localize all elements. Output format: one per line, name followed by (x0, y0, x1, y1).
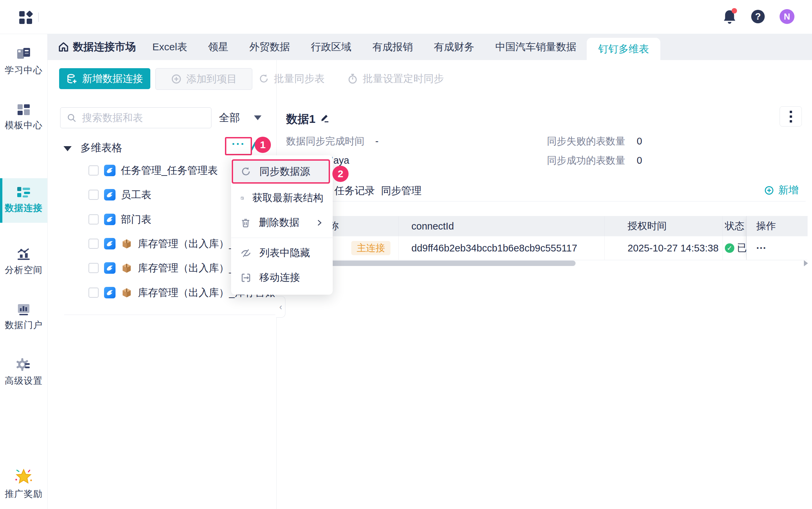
new-connection-button[interactable]: 新增数据连接 (59, 68, 150, 89)
button-label: 添加到项目 (186, 72, 237, 86)
portal-icon (16, 303, 31, 316)
cell-connect-id: dd9ff46b2eb34bccb1b6e8cb9c555117 (399, 236, 605, 260)
batch-sync-button[interactable]: 批量同步表 (258, 68, 325, 89)
menu-item-sync-datasource[interactable]: 同步数据源 (233, 161, 329, 182)
sidebar-item-label: 分析空间 (0, 264, 47, 276)
circle-plus-icon (171, 74, 182, 84)
annotation-step-2: 2 (332, 166, 349, 182)
add-connection-button[interactable]: 新增 (764, 183, 798, 197)
home-icon (58, 42, 69, 52)
cell-auth-time: 2025-10-27 14:53:38 (605, 236, 723, 260)
subtab-sync-management[interactable]: 同步管理 (381, 184, 422, 198)
tree-item[interactable]: 库存管理（出入库）_入 (88, 236, 245, 251)
sidebar-item-template[interactable]: 模板中心 (0, 103, 47, 131)
status-check-icon: ✓ (725, 243, 734, 253)
tree-item[interactable]: 库存管理（出入库）_出 (88, 261, 245, 275)
help-icon[interactable]: ? (751, 10, 765, 23)
tab-excel[interactable]: Excel表 (142, 34, 198, 60)
tab-label: 中国汽车销量数据 (495, 40, 576, 54)
dingtalk-icon (104, 165, 116, 176)
search-icon (67, 113, 77, 123)
dingtalk-icon (104, 238, 116, 249)
menu-item-delete-data[interactable]: 删除数据 (231, 210, 333, 235)
main-connection-badge: 主连接 (351, 241, 390, 255)
tree-group-dingtalk[interactable]: 多维表格 (64, 141, 122, 155)
menu-item-label: 列表中隐藏 (259, 246, 310, 260)
checkbox[interactable] (88, 263, 99, 273)
data-connection-icon (16, 186, 31, 199)
stat-failed-tables: 同步失败的表数量 0 (547, 135, 642, 148)
analysis-icon (16, 247, 31, 261)
tab-finance[interactable]: 有成财务 (423, 34, 485, 60)
app-logo-icon[interactable] (19, 10, 33, 25)
horizontal-scrollbar-thumb[interactable] (322, 261, 576, 266)
table-header: 名称 connectId 授权时间 状态 (285, 216, 807, 236)
tree-item[interactable]: 员工表 (88, 187, 151, 202)
menu-item-hide-from-list[interactable]: 列表中隐藏 (231, 241, 333, 265)
dingtalk-icon (104, 214, 116, 225)
tab-label: 有成财务 (434, 40, 474, 54)
tab-dingtalk-table[interactable]: 钉钉多维表 (587, 38, 660, 60)
tab-label: 数据连接市场 (73, 40, 136, 54)
sidebar-item-label: 模板中心 (0, 119, 47, 131)
button-label: 新增 (778, 183, 798, 197)
checkbox[interactable] (88, 288, 99, 298)
scroll-right-arrow[interactable] (804, 260, 808, 266)
database-plus-icon (67, 73, 77, 84)
checkbox[interactable] (88, 239, 99, 249)
tree-item-label: 库存管理（出入库）_出 (138, 261, 245, 275)
edit-title-icon[interactable] (320, 113, 330, 123)
row-actions-button[interactable]: ··· (747, 236, 808, 260)
sidebar: 学习中心 模板中心 数据连接 (0, 34, 48, 509)
menu-item-refresh-structure[interactable]: 获取最新表结构 (231, 186, 333, 210)
menu-item-label: 删除数据 (259, 216, 299, 230)
batch-timer-button[interactable]: 批量设置定时同步 (347, 68, 444, 89)
panel-collapse-handle[interactable]: ‹ (276, 296, 285, 318)
status-text: 已 (737, 241, 747, 255)
sidebar-item-label: 数据门户 (0, 319, 47, 331)
settings-icon (16, 358, 31, 372)
menu-item-move-connection[interactable]: 移动连接 (231, 265, 333, 290)
table-row[interactable]: 主连接 dd9ff46b2eb34bccb1b6e8cb9c555117 202… (285, 236, 807, 260)
move-icon (240, 272, 251, 283)
caret-down-icon (64, 146, 72, 151)
add-to-project-button[interactable]: 添加到项目 (155, 68, 252, 90)
tree-item[interactable]: 任务管理_任务管理表 (88, 163, 218, 178)
tree-bottom-divider (64, 315, 275, 315)
tree-item-label: 部门表 (121, 213, 151, 226)
subtab-task-records[interactable]: 任务记录 (334, 184, 375, 198)
checkbox[interactable] (88, 165, 99, 176)
tab-label: 钉钉多维表 (598, 42, 649, 56)
tab-admin-region[interactable]: 行政区域 (300, 34, 362, 60)
tab-car-sales[interactable]: 中国汽车销量数据 (485, 34, 587, 60)
sidebar-item-label: 推广奖励 (0, 488, 47, 500)
stat-label: 同步成功的表数量 (547, 155, 625, 166)
checkbox[interactable] (88, 190, 99, 200)
tab-lingxing[interactable]: 领星 (198, 34, 239, 60)
user-avatar[interactable]: N (780, 9, 794, 24)
refresh-icon (258, 73, 269, 84)
tab-foreign-trade[interactable]: 外贸数据 (239, 34, 300, 60)
sidebar-item-data-connection[interactable]: 数据连接 (0, 178, 47, 223)
tree-item[interactable]: 部门表 (88, 212, 151, 227)
filter-dropdown[interactable]: 全部 (219, 107, 270, 128)
sidebar-item-promo[interactable]: 推广奖励 (0, 467, 47, 500)
sidebar-item-settings[interactable]: 高级设置 (0, 358, 47, 387)
sidebar-item-portal[interactable]: 数据门户 (0, 303, 47, 331)
tab-expense[interactable]: 有成报销 (362, 34, 423, 60)
field-label: 数据同步完成时间 (286, 136, 364, 146)
trash-icon (240, 217, 251, 228)
eye-off-icon (240, 248, 251, 259)
connection-title: 数据1 (286, 111, 315, 127)
stat-success-tables: 同步成功的表数量 0 (547, 154, 642, 167)
sidebar-item-analysis[interactable]: 分析空间 (0, 247, 47, 276)
sidebar-item-learning[interactable]: 学习中心 (0, 47, 47, 76)
package-icon (121, 238, 132, 249)
tab-data-market[interactable]: 数据连接市场 (47, 34, 142, 60)
col-connect-id: connectId (399, 216, 605, 236)
search-input[interactable] (81, 112, 201, 124)
more-actions-button[interactable] (780, 106, 802, 127)
menu-divider (231, 238, 333, 238)
checkbox[interactable] (88, 214, 99, 224)
group-more-button[interactable]: ··· (225, 137, 252, 155)
